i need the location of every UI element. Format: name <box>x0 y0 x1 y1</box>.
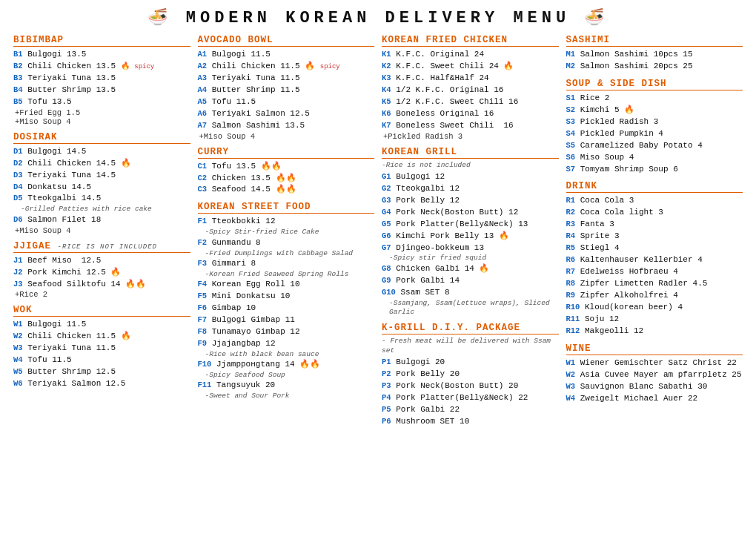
item-code: C3 <box>198 185 208 194</box>
list-item: S3 Pickled Radish 3 <box>566 116 743 128</box>
list-item: F7 Bulgogi Gimbap 11 <box>198 314 375 326</box>
list-item: S1 Rice 2 <box>566 93 743 105</box>
item-code: R12 <box>566 326 580 335</box>
list-item: A5 Tofu 11.5 <box>198 96 375 108</box>
item-code: F5 <box>198 291 208 300</box>
item-code: A5 <box>198 97 208 106</box>
list-item: P4 Pork Platter(Belly&Neck) 22 <box>382 392 559 404</box>
list-item: W1 Wiener Gemischter Satz Christ 22 <box>566 357 743 369</box>
spicy-label: spicy <box>134 63 154 70</box>
section-jjigae-title: JJIGAE -Rice is not included <box>13 241 190 253</box>
section-streetfood-title: KOREAN STREET FOOD <box>198 202 375 214</box>
item-note: -Korean Fried Seaweed Spring Rolls <box>205 270 375 279</box>
item-code: S6 <box>566 153 576 162</box>
list-item: D3 Teriyaki Tuna 14.5 <box>13 170 190 182</box>
item-code: D5 <box>13 194 23 202</box>
spicy-icon: 🔥🔥 <box>276 174 296 182</box>
item-code: B3 <box>13 73 23 82</box>
item-code: J3 <box>13 280 23 289</box>
list-item: R3 Fanta 3 <box>566 219 743 231</box>
item-code: F2 <box>198 238 208 247</box>
list-item: S7 Tomyam Shrimp Soup 6 <box>566 164 743 176</box>
list-item: K1 K.F.C. Original 24 <box>382 49 559 61</box>
item-code: D1 <box>13 147 23 156</box>
page-title: 🍜 MODERN KOREAN DELIVERY MENU 🍜 <box>13 7 743 27</box>
list-item: S2 Kimchi 5 🔥 <box>566 105 743 116</box>
item-note: -Spicy Seafood Soup <box>205 371 375 380</box>
list-item: F6 Gimbap 10 <box>198 303 375 314</box>
list-item: C1 Tofu 13.5 🔥🔥 <box>198 161 375 173</box>
item-code: P1 <box>382 357 391 366</box>
spicy-icon: 🔥 <box>305 62 315 70</box>
list-item: D4 Donkatsu 14.5 <box>13 182 190 194</box>
list-item: P3 Pork Neck(Boston Butt) 20 <box>382 380 559 392</box>
item-code: P4 <box>382 393 391 402</box>
spicy-icon: 🔥 <box>624 105 634 114</box>
list-item: C3 Seafood 14.5 🔥🔥 <box>198 184 375 196</box>
section-soup-title: SOUP & SIDE DISH <box>566 79 743 90</box>
item-code: W6 <box>13 379 23 388</box>
addon-item: +Miso Soup 4 <box>15 117 190 126</box>
item-code: K6 <box>382 109 391 118</box>
spicy-icon: 🔥 <box>121 332 131 340</box>
item-note: -Sweet and Sour Pork <box>205 392 375 400</box>
spicy-icon: 🔥🔥 <box>299 360 320 369</box>
list-item: G9 Pork Galbi 14 <box>382 275 559 287</box>
list-item: W3 Sauvignon Blanc Sabathi 30 <box>566 381 743 393</box>
item-code: F7 <box>198 315 208 324</box>
item-code: G5 <box>382 220 391 228</box>
item-code: R2 <box>566 208 576 217</box>
item-code: A4 <box>198 85 208 94</box>
list-item: F9 Jjajangbap 12 <box>198 338 375 350</box>
item-code: J1 <box>13 256 23 265</box>
col1: BIBIMBAP B1 Bulgogi 13.5 B2 Chili Chicke… <box>13 35 190 390</box>
item-code: A6 <box>198 109 208 118</box>
list-item: B4 Butter Shrimp 13.5 <box>13 85 190 96</box>
list-item: G2 Tteokgalbi 12 <box>382 183 559 195</box>
list-item: F1 Tteokbokki 12 <box>198 216 375 228</box>
item-code: R3 <box>566 220 576 228</box>
list-item: P1 Bulgogi 20 <box>382 357 559 369</box>
list-item: P2 Pork Belly 20 <box>382 369 559 380</box>
item-code: R11 <box>566 314 580 323</box>
list-item: R7 Edelweiss Hofbraeu 4 <box>566 266 743 278</box>
list-item: S6 Miso Soup 4 <box>566 152 743 164</box>
item-code: P3 <box>382 381 391 390</box>
item-code: R10 <box>566 303 580 312</box>
item-code: K4 <box>382 85 391 94</box>
list-item: R4 Sprite 3 <box>566 231 743 243</box>
section-avocado-title: AVOCADO BOWL <box>198 35 375 47</box>
item-code: A3 <box>198 73 208 82</box>
list-item: G3 Pork Belly 12 <box>382 195 559 207</box>
item-code: F6 <box>198 303 208 312</box>
section-kgrill-title: KOREAN GRILL <box>382 147 559 159</box>
col2: AVOCADO BOWL A1 Bulgogi 11.5 A2 Chili Ch… <box>198 35 375 401</box>
list-item: A1 Bulgogi 11.5 <box>198 49 375 61</box>
section-bibimbap-title: BIBIMBAP <box>13 35 190 47</box>
spicy-icon: 🔥 <box>503 62 514 70</box>
item-code: J2 <box>13 268 23 277</box>
list-item: J1 Beef Miso 12.5 <box>13 255 190 267</box>
list-item: W6 Teriyaki Salmon 12.5 <box>13 378 190 390</box>
item-code: G10 <box>382 288 396 297</box>
item-code: W3 <box>566 382 576 391</box>
item-code: M1 <box>566 50 576 59</box>
item-code: S2 <box>566 105 576 114</box>
item-code: G6 <box>382 231 391 240</box>
item-code: R7 <box>566 267 576 276</box>
list-item: W2 Chili Chicken 11.5 🔥 <box>13 331 190 343</box>
list-item: F10 Jjamppонgtang 14 🔥🔥 <box>198 359 375 371</box>
list-item: G7 Djingeo-bokkeum 13 <box>382 243 559 254</box>
addon-item: +Miso Soup 4 <box>15 226 190 235</box>
list-item: K6 Boneless Original 16 <box>382 108 559 120</box>
item-code: K5 <box>382 97 391 106</box>
item-code: G3 <box>382 196 391 205</box>
item-code: F10 <box>198 360 212 369</box>
list-item: K3 K.F.C. Half&Half 24 <box>382 73 559 85</box>
list-item: R9 Zipfer Alkoholfrei 4 <box>566 290 743 302</box>
list-item: P5 Pork Galbi 22 <box>382 404 559 416</box>
list-item: B3 Teriyaki Tuna 13.5 <box>13 73 190 85</box>
item-code: R4 <box>566 231 576 240</box>
item-code: C2 <box>198 174 208 182</box>
item-code: D3 <box>13 171 23 179</box>
